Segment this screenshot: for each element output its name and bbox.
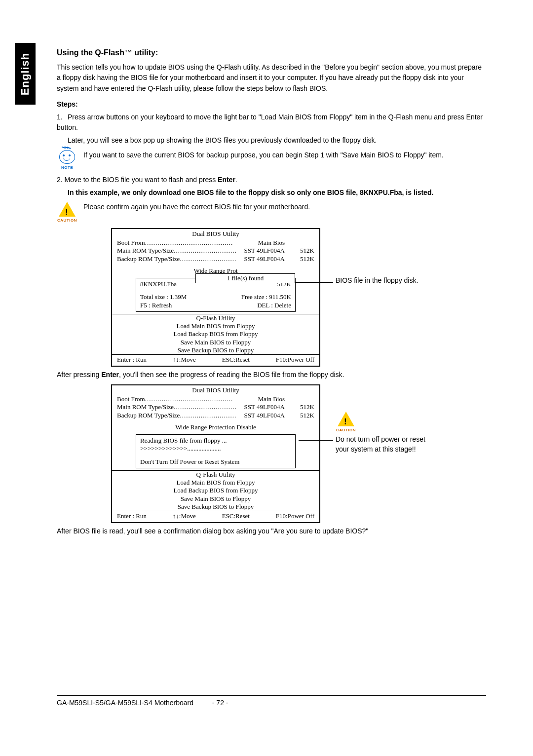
footer-page: - 72 -: [212, 699, 228, 707]
language-label: English: [19, 52, 32, 95]
bios-box-1: Dual BIOS Utility Boot From.............…: [111, 228, 320, 367]
note-text: If you want to save the current BIOS for…: [83, 150, 444, 161]
progress-bar: >>>>>>>>>>>>>.....................: [140, 445, 291, 453]
bios-box-2: Dual BIOS Utility Boot From.............…: [111, 384, 320, 524]
annot-box1: BIOS file in the floppy disk.: [336, 276, 424, 286]
heading-steps: Steps:: [57, 99, 486, 110]
step1-later: Later, you will see a box pop up showing…: [68, 135, 486, 146]
note-icon: NOTE: [57, 150, 77, 171]
file-inset: 1 file(s) found 8KNXPU.Fba512K Total siz…: [136, 278, 296, 312]
annot-box2: Do not turn off power or reset your syst…: [336, 435, 429, 454]
bios-title: Dual BIOS Utility: [112, 230, 319, 238]
step1-num: 1.: [57, 112, 68, 123]
page-footer: GA-M59SLI-S5/GA-M59SLI-S4 Motherboard - …: [57, 695, 486, 707]
footer-model: GA-M59SLI-S5/GA-M59SLI-S4 Motherboard: [57, 699, 193, 707]
files-found-popup: 1 file(s) found: [195, 273, 295, 283]
caution-icon-2: CAUTION: [336, 412, 356, 433]
step2-line: 2. Move to the BIOS file you want to fla…: [57, 175, 486, 186]
language-tab: English: [15, 43, 36, 105]
caution-icon: CAUTION: [57, 202, 77, 224]
file-name: 8KNXPU.Fba: [140, 280, 177, 288]
step1-text: 1.Press arrow buttons on your keyboard t…: [57, 112, 486, 133]
note-label: NOTE: [61, 165, 73, 171]
between-text: After pressing Enter, you'll then see th…: [57, 370, 486, 380]
heading-main: Using the Q-Flash™ utility:: [57, 47, 486, 59]
progress-inset: Reading BIOS file from floppy ... >>>>>>…: [136, 434, 296, 468]
intro-text: This section tells you how to update BIO…: [57, 62, 486, 94]
step2-bold: In this example, we only download one BI…: [68, 189, 433, 196]
caution-text: Please confirm again you have the correc…: [83, 202, 310, 213]
after-read: After BIOS file is read, you'll see a co…: [57, 526, 486, 537]
